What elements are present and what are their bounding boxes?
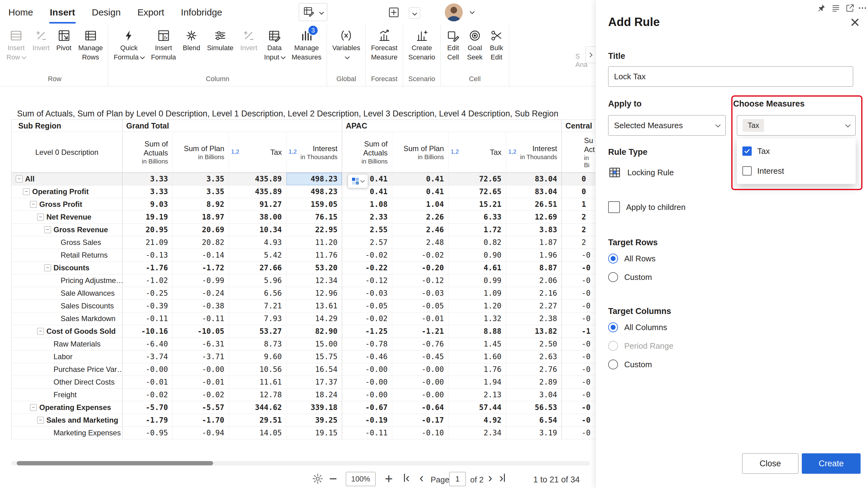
table-cell[interactable]: -0.00 [392, 363, 448, 376]
measure-option-tax[interactable]: Tax [737, 141, 856, 161]
table-cell[interactable]: 3.35 [173, 185, 229, 198]
settings-gear-icon[interactable] [312, 473, 323, 485]
table-cell[interactable]: 2.48 [392, 236, 448, 249]
table-cell[interactable]: -0.03 [342, 287, 392, 300]
table-cell[interactable]: 1.20 [448, 300, 506, 312]
next-page-button[interactable]: › [488, 474, 493, 482]
table-cell[interactable]: -10.16 [123, 325, 173, 338]
table-cell[interactable]: 159.05 [286, 198, 342, 211]
table-cell[interactable]: 19.15 [286, 427, 342, 439]
cell-flyout-button[interactable] [348, 174, 368, 188]
table-cell[interactable]: 6.56 [229, 287, 286, 300]
table-cell[interactable]: 2.63 [506, 350, 562, 363]
table-cell[interactable]: 53.20 [286, 262, 342, 274]
collapse-toggle-icon[interactable]: − [44, 264, 51, 271]
table-cell[interactable]: 83.04 [506, 185, 562, 198]
table-cell[interactable]: 1.04 [392, 198, 448, 211]
ribbon-button-goal-seek[interactable]: GoalSeek [464, 26, 486, 61]
table-cell[interactable]: 5.96 [229, 274, 286, 287]
table-cell[interactable]: 72.65 [448, 185, 506, 198]
zoom-in-button[interactable]: + [385, 471, 393, 486]
table-cell[interactable]: 435.89 [229, 185, 286, 198]
table-cell[interactable]: 2.46 [392, 224, 448, 236]
measures-select[interactable]: Tax [737, 115, 856, 136]
table-cell[interactable]: -0.64 [392, 401, 448, 414]
table-cell[interactable]: 344.62 [229, 401, 286, 414]
table-cell[interactable]: -5.70 [123, 401, 173, 414]
table-cell[interactable]: -0.01 [392, 312, 448, 325]
ribbon-button-pivot[interactable]: Pivot [53, 26, 75, 52]
table-cell[interactable]: -0.12 [342, 274, 392, 287]
pin-icon[interactable] [816, 3, 826, 13]
table-cell[interactable]: 2 [562, 211, 595, 224]
table-cell[interactable]: 0.90 [448, 249, 506, 262]
table-cell[interactable]: -0.00 [123, 363, 173, 376]
collapse-toggle-icon[interactable]: − [37, 328, 44, 335]
collapse-toggle-icon[interactable]: − [37, 214, 44, 221]
table-cell[interactable]: 339.18 [286, 401, 342, 414]
table-cell[interactable]: -3.71 [173, 350, 229, 363]
table-cell[interactable]: 7.93 [229, 312, 286, 325]
collapse-toggle-icon[interactable]: − [23, 188, 30, 195]
table-cell[interactable]: 83.04 [506, 173, 562, 185]
table-cell[interactable]: 19.19 [123, 211, 173, 224]
table-cell[interactable]: 2.57 [342, 236, 392, 249]
table-cell[interactable]: -0 [562, 300, 595, 312]
table-cell[interactable]: 17.37 [286, 376, 342, 389]
table-cell[interactable]: 1.94 [448, 376, 506, 389]
table-cell[interactable]: 57.44 [448, 401, 506, 414]
table-cell[interactable]: -0.11 [173, 312, 229, 325]
table-cell[interactable]: 15.21 [448, 198, 506, 211]
table-cell[interactable]: 15.00 [286, 338, 342, 350]
table-cell[interactable]: -10.05 [173, 325, 229, 338]
table-cell[interactable]: -0 [562, 249, 595, 262]
ribbon-button-edit-cell[interactable]: EditCell [443, 26, 464, 61]
table-cell[interactable]: 91.27 [229, 198, 286, 211]
table-cell[interactable]: -0.00 [342, 389, 392, 401]
table-cell[interactable]: 0 [562, 185, 595, 198]
row-header-operating-profit[interactable]: −Operating Profit [11, 185, 123, 198]
table-cell[interactable]: -3.74 [123, 350, 173, 363]
table-cell[interactable]: 2.16 [506, 287, 562, 300]
row-header-all[interactable]: −All [11, 173, 123, 185]
tab-design[interactable]: Design [84, 0, 129, 25]
table-cell[interactable]: -1.72 [173, 262, 229, 274]
table-cell[interactable]: 11.76 [286, 249, 342, 262]
row-header-gross-profit[interactable]: −Gross Profit [11, 198, 123, 211]
table-cell[interactable]: 0.41 [392, 173, 448, 185]
table-cell[interactable]: 72.65 [448, 173, 506, 185]
table-cell[interactable]: -0 [562, 262, 595, 274]
page-number-input[interactable] [449, 472, 466, 486]
ribbon-button-quick-formula[interactable]: QuickFormula [110, 26, 148, 61]
table-cell[interactable]: 0.41 [392, 185, 448, 198]
table-cell[interactable]: 20.95 [123, 224, 173, 236]
table-cell[interactable]: 7.21 [229, 300, 286, 312]
ribbon-button-simulate[interactable]: Simulate [204, 26, 237, 52]
table-cell[interactable]: 9.03 [123, 198, 173, 211]
table-cell[interactable]: -0.13 [123, 249, 173, 262]
table-cell[interactable]: 53.27 [229, 325, 286, 338]
table-cell[interactable]: 3.33 [123, 173, 173, 185]
ribbon-button-insert-formula[interactable]: fxInsertFormula [148, 26, 179, 61]
table-cell[interactable]: -1 [562, 325, 595, 338]
table-cell[interactable]: -0.00 [392, 389, 448, 401]
row-header-gross-revenue[interactable]: −Gross Revenue [11, 224, 123, 236]
table-cell[interactable]: -0.02 [392, 249, 448, 262]
table-cell[interactable]: 22.95 [286, 224, 342, 236]
target-rows-option-custom[interactable]: Custom [608, 270, 655, 284]
table-cell[interactable]: 1.08 [342, 198, 392, 211]
table-cell[interactable]: 15.75 [286, 350, 342, 363]
table-cell[interactable]: 1.45 [448, 338, 506, 350]
row-header-freight[interactable]: Freight [11, 389, 123, 401]
table-cell[interactable]: 2.55 [342, 224, 392, 236]
table-cell[interactable]: 8.92 [173, 198, 229, 211]
row-header-cost-of-goods-sold[interactable]: −Cost of Goods Sold [11, 325, 123, 338]
table-cell[interactable]: -0.95 [123, 427, 173, 439]
table-cell[interactable]: 14.29 [286, 312, 342, 325]
table-cell[interactable]: 2.50 [506, 338, 562, 350]
apply-to-select[interactable]: Selected Measures [608, 115, 726, 136]
table-cell[interactable]: -0 [562, 401, 595, 414]
table-cell[interactable]: 2.38 [506, 312, 562, 325]
table-cell[interactable]: 11.20 [286, 236, 342, 249]
table-cell[interactable]: -0.00 [342, 376, 392, 389]
